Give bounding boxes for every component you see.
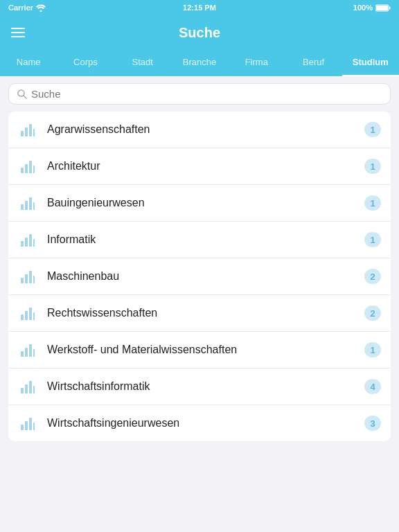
svg-rect-23	[25, 274, 28, 283]
tab-corps[interactable]: Corps	[57, 50, 114, 76]
svg-rect-25	[33, 276, 35, 283]
chart-bar-icon	[18, 340, 37, 360]
list-item[interactable]: Rechtswissenschaften2	[8, 295, 391, 332]
list-item[interactable]: Informatik1	[8, 222, 391, 258]
list-item-label: Wirtschaftsingenieurwesen	[47, 417, 364, 429]
svg-rect-36	[29, 381, 32, 393]
tab-branche[interactable]: Branche	[171, 50, 228, 76]
svg-rect-8	[29, 124, 32, 136]
search-bar	[0, 76, 399, 112]
svg-rect-14	[21, 204, 24, 210]
list-item[interactable]: Bauingenieurwesen1	[8, 185, 391, 222]
svg-rect-38	[21, 425, 24, 430]
list-item-label: Agrarwissenschaften	[47, 123, 364, 136]
menu-line-1	[11, 28, 25, 29]
svg-rect-28	[29, 308, 32, 320]
svg-rect-41	[33, 423, 35, 430]
list-item[interactable]: Agrarwissenschaften1	[8, 112, 391, 148]
svg-rect-26	[21, 314, 24, 320]
list-item-badge: 4	[364, 379, 381, 394]
list-item-badge: 2	[364, 269, 381, 284]
chart-bar-icon	[18, 267, 37, 286]
svg-rect-12	[29, 161, 32, 173]
svg-rect-37	[33, 386, 35, 393]
svg-rect-6	[21, 131, 24, 136]
list-item[interactable]: Maschinenbau2	[8, 258, 391, 295]
menu-button[interactable]	[11, 28, 25, 37]
tab-firma[interactable]: Firma	[228, 50, 285, 76]
chart-bar-icon	[18, 230, 37, 249]
list-item-badge: 3	[364, 416, 381, 431]
svg-rect-32	[29, 344, 32, 357]
search-input[interactable]	[31, 88, 382, 100]
svg-rect-19	[25, 238, 28, 247]
list-item[interactable]: Werkstoff- und Materialwissenschaften1	[8, 332, 391, 369]
status-battery: 100%	[353, 3, 391, 12]
header: Suche	[0, 15, 399, 50]
search-icon	[17, 89, 27, 99]
svg-rect-31	[25, 348, 28, 357]
tab-name[interactable]: Name	[0, 50, 57, 76]
tab-beruf[interactable]: Beruf	[285, 50, 342, 76]
svg-rect-35	[25, 384, 28, 393]
list-item-label: Informatik	[47, 233, 364, 246]
list-item-badge: 1	[364, 342, 381, 357]
svg-rect-20	[29, 234, 32, 247]
svg-line-5	[24, 96, 26, 98]
list-item-badge: 1	[364, 159, 381, 174]
svg-rect-9	[33, 129, 35, 136]
svg-rect-33	[33, 349, 35, 357]
list-item-badge: 1	[364, 232, 381, 247]
tab-stadt[interactable]: Stadt	[114, 50, 171, 76]
list-item-label: Bauingenieurwesen	[47, 197, 364, 209]
list-item-label: Rechtswissenschaften	[47, 307, 364, 319]
status-carrier: Carrier	[8, 3, 46, 12]
chart-bar-icon	[18, 157, 37, 176]
svg-rect-30	[21, 351, 24, 357]
chart-bar-icon	[18, 414, 37, 433]
study-list: Agrarwissenschaften1 Architektur1 Bauing…	[8, 112, 391, 441]
menu-line-3	[11, 36, 25, 37]
svg-rect-18	[21, 241, 24, 247]
svg-rect-10	[21, 168, 24, 173]
svg-rect-15	[25, 201, 28, 210]
svg-rect-29	[33, 312, 35, 320]
chart-bar-icon	[18, 377, 37, 396]
svg-rect-40	[29, 418, 32, 430]
svg-rect-24	[29, 271, 32, 283]
list-item-badge: 2	[364, 305, 381, 321]
svg-rect-22	[21, 278, 24, 283]
svg-rect-17	[33, 202, 35, 210]
svg-rect-21	[33, 239, 35, 247]
svg-rect-39	[25, 421, 28, 430]
list-item-label: Architektur	[47, 160, 364, 172]
page-title: Suche	[179, 25, 220, 41]
chart-bar-icon	[18, 303, 37, 323]
status-time: 12:15 PM	[183, 3, 216, 12]
svg-rect-2	[389, 6, 390, 9]
wifi-icon	[36, 4, 46, 12]
menu-line-2	[11, 32, 25, 33]
status-bar: Carrier 12:15 PM 100%	[0, 0, 399, 15]
svg-rect-34	[21, 388, 24, 393]
list-item[interactable]: Architektur1	[8, 148, 391, 185]
svg-rect-3	[376, 6, 388, 10]
svg-point-0	[40, 10, 42, 12]
chart-bar-icon	[18, 120, 37, 139]
chart-bar-icon	[18, 193, 37, 213]
tab-studium[interactable]: Studium	[342, 50, 399, 76]
list-item-badge: 1	[364, 195, 381, 211]
svg-rect-11	[25, 164, 28, 173]
tab-bar: Name Corps Stadt Branche Firma Beruf Stu…	[0, 50, 399, 76]
list-item-badge: 1	[364, 122, 381, 137]
svg-rect-7	[25, 127, 28, 136]
search-wrapper[interactable]	[8, 83, 391, 105]
list-item[interactable]: Wirtschaftsinformatik4	[8, 369, 391, 405]
battery-icon	[375, 4, 391, 12]
list-item[interactable]: Wirtschaftsingenieurwesen3	[8, 405, 391, 441]
list-item-label: Werkstoff- und Materialwissenschaften	[47, 344, 364, 356]
svg-rect-13	[33, 166, 35, 173]
list-item-label: Wirtschaftsinformatik	[47, 380, 364, 393]
svg-rect-16	[29, 197, 32, 210]
svg-rect-27	[25, 311, 28, 320]
